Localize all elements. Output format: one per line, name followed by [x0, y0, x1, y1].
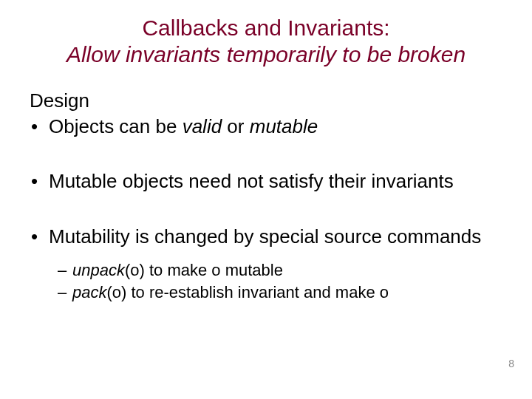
emph-mutable: mutable	[250, 115, 318, 137]
bullet-mutability-commands: Mutability is changed by special source …	[30, 225, 502, 249]
sub-bullet-list: unpack(o) to make o mutable pack(o) to r…	[30, 260, 502, 302]
cmd-unpack: unpack	[72, 261, 125, 279]
emph-valid: valid	[183, 115, 222, 137]
slide-title: Callbacks and Invariants: Allow invarian…	[30, 15, 502, 68]
cmd-pack: pack	[72, 283, 106, 301]
bullet-text: Objects can be	[49, 115, 183, 137]
page-number: 8	[508, 358, 514, 369]
title-line-2: Allow invariants temporarily to be broke…	[66, 42, 466, 66]
bullet-text: or	[222, 115, 250, 137]
slide-content: Design Objects can be valid or mutable M…	[30, 89, 502, 302]
sub-bullet-unpack: unpack(o) to make o mutable	[58, 260, 502, 281]
sub-bullet-pack: pack(o) to re-establish invariant and ma…	[58, 282, 502, 303]
design-heading: Design	[30, 89, 502, 113]
title-line-1: Callbacks and Invariants:	[142, 16, 389, 40]
bullet-list-2: Mutable objects need not satisfy their i…	[30, 169, 502, 194]
sub-bullet-text: (o) to re-establish invariant and make o	[106, 283, 389, 301]
bullet-mutable-invariants: Mutable objects need not satisfy their i…	[30, 169, 502, 194]
sub-bullet-text: (o) to make o mutable	[125, 261, 283, 279]
bullet-list-1: Objects can be valid or mutable	[30, 115, 502, 139]
bullet-valid-mutable: Objects can be valid or mutable	[30, 115, 502, 139]
bullet-list-3: Mutability is changed by special source …	[30, 225, 502, 249]
